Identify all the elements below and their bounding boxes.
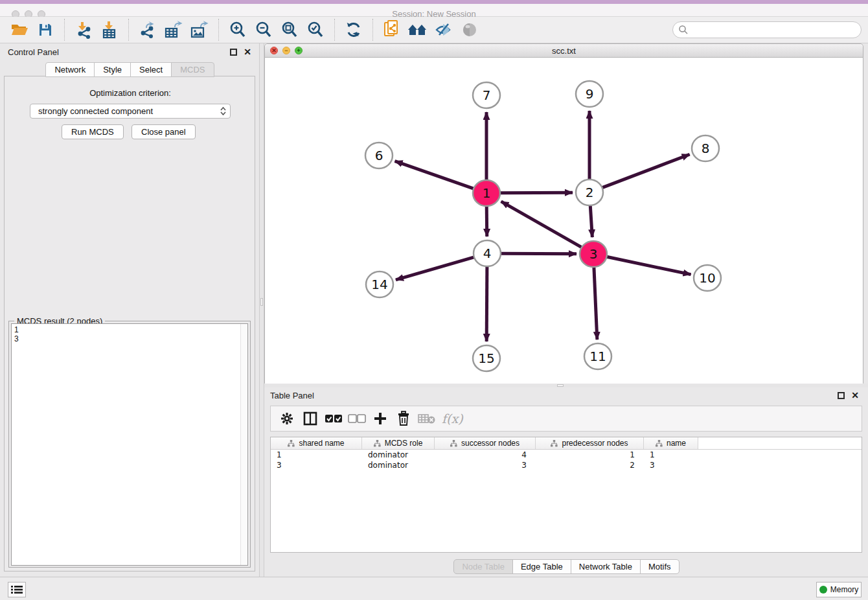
node-11[interactable]: 11 — [584, 343, 611, 369]
column-header-successor-nodes[interactable]: successor nodes — [435, 437, 536, 449]
delete-table-icon[interactable] — [417, 409, 437, 428]
zoom-fit-icon[interactable] — [279, 19, 301, 40]
edge-4-15[interactable] — [486, 267, 487, 341]
column-header-MCDS-role[interactable]: MCDS role — [362, 437, 435, 449]
column-header-shared-name[interactable]: shared name — [271, 437, 362, 449]
column-header-name[interactable]: name — [644, 437, 698, 449]
save-session-icon[interactable] — [34, 19, 56, 40]
app-titlebar[interactable]: Session: New Session — [0, 4, 868, 17]
table-cell[interactable]: 3 — [644, 460, 698, 470]
splitter-handle[interactable] — [557, 384, 564, 387]
network-canvas[interactable]: 1234678910111415 — [265, 58, 863, 384]
tab-style[interactable]: Style — [94, 62, 131, 77]
network-window-titlebar[interactable]: ✕ − + scc.txt — [265, 44, 863, 58]
table-options-icon[interactable] — [277, 409, 297, 428]
splitter-handle[interactable] — [260, 298, 263, 306]
tab-motifs[interactable]: Motifs — [640, 559, 680, 574]
node-9[interactable]: 9 — [576, 81, 603, 107]
show-all-icon[interactable] — [459, 19, 481, 40]
vertical-splitter[interactable] — [259, 43, 264, 577]
table-cell[interactable]: 3 — [435, 460, 536, 470]
open-file-icon[interactable] — [8, 19, 30, 40]
select-all-rows-icon[interactable] — [324, 409, 343, 428]
tab-mcds[interactable]: MCDS — [171, 62, 214, 77]
node-15[interactable]: 15 — [473, 345, 500, 371]
node-6[interactable]: 6 — [365, 143, 393, 168]
export-image-icon[interactable] — [188, 19, 211, 40]
first-neighbors-icon[interactable] — [407, 19, 429, 40]
tab-network-table[interactable]: Network Table — [571, 559, 641, 574]
table-cell[interactable]: 1 — [271, 450, 362, 460]
memory-button[interactable]: Memory — [816, 582, 862, 597]
table-cell[interactable]: 1 — [644, 450, 698, 460]
tab-node-table[interactable]: Node Table — [453, 559, 513, 574]
zoom-selected-icon[interactable] — [304, 19, 326, 40]
table-cell[interactable]: dominator — [362, 450, 435, 460]
sort-hierarchy-icon — [374, 440, 381, 447]
table-cell[interactable]: 2 — [536, 460, 644, 470]
table-row[interactable]: 1dominator411 — [271, 450, 862, 460]
node-table[interactable]: shared nameMCDS rolesuccessor nodesprede… — [270, 437, 862, 553]
edge-4-14[interactable] — [396, 257, 474, 280]
table-header-row[interactable]: shared nameMCDS rolesuccessor nodesprede… — [271, 437, 862, 450]
node-3[interactable]: 3 — [580, 241, 607, 267]
edge-3-1[interactable] — [501, 202, 582, 248]
main-toolbar — [0, 17, 868, 43]
float-panel-icon[interactable] — [838, 392, 845, 399]
add-column-icon[interactable] — [371, 409, 390, 428]
export-table-icon[interactable] — [163, 19, 185, 40]
apply-layout-icon[interactable] — [343, 19, 365, 40]
table-cell[interactable]: dominator — [362, 460, 435, 470]
table-cell[interactable]: 4 — [435, 450, 536, 460]
network-graph[interactable]: 1234678910111415 — [265, 58, 863, 384]
node-10[interactable]: 10 — [694, 265, 721, 291]
search-input[interactable] — [689, 23, 861, 36]
zoom-in-icon[interactable] — [227, 19, 249, 40]
hide-selected-icon[interactable] — [433, 19, 455, 40]
memory-label: Memory — [830, 585, 858, 594]
clone-network-icon[interactable] — [381, 19, 403, 40]
node-8[interactable]: 8 — [692, 135, 719, 161]
close-panel-icon[interactable]: ✕ — [851, 392, 859, 399]
edge-2-3[interactable] — [590, 206, 592, 237]
table-cell[interactable]: 3 — [271, 460, 362, 470]
import-table-icon[interactable] — [98, 19, 120, 40]
column-visibility-icon[interactable] — [301, 409, 320, 428]
table-cell[interactable]: 1 — [536, 450, 644, 460]
delete-column-icon[interactable] — [394, 409, 413, 428]
float-panel-icon[interactable] — [230, 49, 237, 56]
tab-edge-table[interactable]: Edge Table — [512, 559, 571, 574]
edge-1-6[interactable] — [395, 161, 474, 189]
edge-3-10[interactable] — [607, 257, 691, 274]
search-box[interactable] — [672, 21, 862, 38]
table-row[interactable]: 3dominator323 — [271, 460, 862, 470]
edge-4-3[interactable] — [501, 253, 577, 254]
task-history-button[interactable] — [8, 582, 26, 597]
node-2[interactable]: 2 — [576, 179, 603, 205]
svg-text:1: 1 — [483, 185, 491, 201]
criterion-dropdown[interactable]: strongly connected component — [30, 104, 231, 119]
edge-2-8[interactable] — [602, 154, 690, 187]
node-7[interactable]: 7 — [473, 82, 500, 108]
control-panel: Control Panel ✕ NetworkStyleSelectMCDS O… — [0, 43, 259, 577]
node-1[interactable]: 1 — [473, 180, 500, 206]
deselect-all-rows-icon[interactable] — [347, 409, 367, 428]
node-4[interactable]: 4 — [474, 240, 501, 266]
import-network-icon[interactable] — [73, 19, 95, 40]
tab-network[interactable]: Network — [45, 62, 95, 77]
export-network-icon[interactable] — [137, 19, 159, 40]
column-header-predecessor-nodes[interactable]: predecessor nodes — [536, 437, 644, 449]
edge-3-11[interactable] — [594, 268, 597, 340]
edge-1-2[interactable] — [500, 192, 573, 193]
tab-select[interactable]: Select — [130, 62, 172, 77]
close-panel-icon[interactable]: ✕ — [244, 49, 251, 56]
function-builder-icon[interactable]: f(x) — [440, 411, 463, 426]
result-scrollbar[interactable] — [240, 324, 247, 565]
node-14[interactable]: 14 — [366, 271, 393, 297]
close-panel-button[interactable]: Close panel — [131, 124, 196, 139]
table-panel: Table Panel ✕ f(x) shared nameMCDS rol — [264, 387, 868, 577]
run-mcds-button[interactable]: Run MCDS — [62, 124, 124, 139]
zoom-out-icon[interactable] — [253, 19, 275, 40]
table-body[interactable]: 1dominator4113dominator323 — [271, 450, 862, 470]
mcds-result-textarea[interactable]: 1 3 — [11, 323, 248, 566]
